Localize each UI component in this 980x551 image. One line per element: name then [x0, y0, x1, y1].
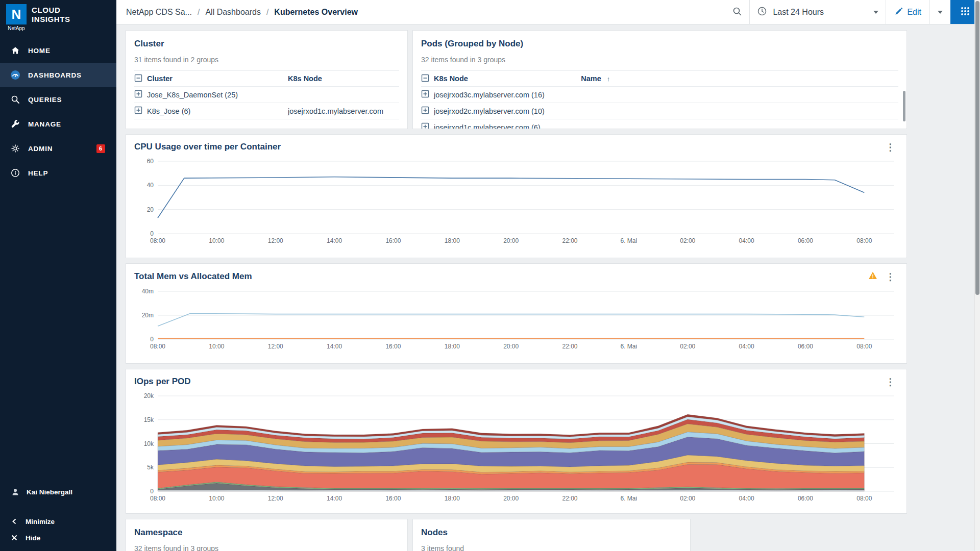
product-name-line1: CLOUD [32, 6, 70, 15]
chevron-left-icon [10, 517, 18, 525]
page-scrollbar[interactable] [974, 0, 980, 551]
widget-title: IOps per POD [134, 377, 191, 387]
svg-text:18:00: 18:00 [445, 495, 460, 502]
search-button[interactable] [725, 0, 749, 24]
node-group-name: josejrxod2c.mylabserver.com (10) [434, 107, 545, 115]
sidebar-bottom: Kai Niebergall Minimize Hide [0, 482, 116, 546]
warning-icon [868, 271, 877, 282]
svg-text:10:00: 10:00 [209, 343, 224, 350]
wrench-icon [10, 119, 20, 129]
sidebar-item-help[interactable]: HELP [0, 161, 116, 185]
edit-button[interactable]: Edit [886, 0, 929, 24]
pods-table-scrollbar[interactable] [903, 91, 905, 121]
widget-menu-kebab-icon[interactable]: ⋮ [886, 142, 895, 152]
iops-stacked-area-chart: 05k10k15k20k08:0010:0012:0014:0016:0018:… [134, 390, 899, 505]
svg-text:06:00: 06:00 [798, 237, 813, 244]
table-row[interactable]: josejrxod1c.mylabserver.com (6) [421, 119, 898, 129]
sort-ascending-icon[interactable]: ↑ [607, 75, 610, 83]
svg-text:12:00: 12:00 [268, 237, 283, 244]
sidebar: N NetApp CLOUD INSIGHTS HOME [0, 0, 116, 551]
breadcrumb-all-dashboards[interactable]: All Dashboards [205, 8, 261, 17]
cpu-usage-line-chart: 020406008:0010:0012:0014:0016:0018:0020:… [134, 155, 899, 247]
time-range-value: Last 24 Hours [773, 8, 868, 17]
app-root: N NetApp CLOUD INSIGHTS HOME [0, 0, 980, 551]
cpu-usage-widget: CPU Usage over time per Container ⋮ 0204… [126, 134, 907, 258]
svg-text:06:00: 06:00 [798, 343, 813, 350]
table-header-row: Cluster K8s Node [134, 70, 399, 87]
edit-label: Edit [907, 8, 921, 17]
collapse-group-icon[interactable] [421, 74, 429, 84]
svg-text:10k: 10k [144, 440, 154, 447]
svg-text:22:00: 22:00 [562, 237, 578, 244]
close-icon [10, 534, 18, 542]
table-row[interactable]: josejrxod2c.mylabserver.com (10) [421, 103, 898, 119]
page-scrollbar-thumb[interactable] [975, 1, 979, 295]
svg-text:12:00: 12:00 [268, 495, 283, 502]
widget-title: Cluster [134, 39, 399, 49]
minimize-button[interactable]: Minimize [0, 513, 116, 530]
expand-group-icon[interactable] [421, 90, 429, 99]
sidebar-item-dashboards[interactable]: DASHBOARDS [0, 63, 116, 87]
widget-menu-kebab-icon[interactable]: ⋮ [886, 272, 895, 282]
memory-line-chart: 020m40m08:0010:0012:0014:0016:0018:0020:… [134, 285, 899, 353]
widget-result-count: 31 items found in 2 groups [134, 56, 399, 64]
namespace-widget: Namespace 32 items found in 3 groups [126, 519, 408, 551]
svg-text:02:00: 02:00 [680, 237, 695, 244]
cluster-group-name: Jose_K8s_DaemonSet (25) [147, 91, 238, 99]
svg-text:14:00: 14:00 [327, 495, 342, 502]
sidebar-item-label: DASHBOARDS [28, 71, 82, 79]
user-icon [10, 487, 20, 497]
home-icon [10, 45, 20, 56]
table-row[interactable]: Jose_K8s_DaemonSet (25) [134, 87, 399, 103]
breadcrumb-tenant[interactable]: NetApp CDS Sa... [126, 8, 192, 17]
expand-group-icon[interactable] [134, 106, 142, 116]
clock-icon [757, 6, 767, 18]
apps-grid-icon [960, 6, 971, 19]
svg-text:12:00: 12:00 [268, 343, 283, 350]
svg-text:08:00: 08:00 [150, 495, 165, 502]
cluster-group-name: K8s_Jose (6) [147, 107, 190, 115]
edit-options-button[interactable] [929, 0, 950, 24]
svg-text:08:00: 08:00 [856, 343, 872, 350]
widget-menu-kebab-icon[interactable]: ⋮ [886, 377, 895, 387]
sidebar-spacer [0, 502, 116, 513]
brand-logo: N NetApp CLOUD INSIGHTS [0, 0, 116, 32]
time-range-selector[interactable]: Last 24 Hours [749, 0, 886, 24]
expand-group-icon[interactable] [421, 122, 429, 129]
svg-text:04:00: 04:00 [739, 343, 754, 350]
node-group-name: josejrxod1c.mylabserver.com (6) [434, 123, 541, 130]
expand-group-icon[interactable] [421, 106, 429, 116]
collapse-group-icon[interactable] [134, 74, 142, 84]
table-row[interactable]: josejrxod3c.mylabserver.com (16) [421, 87, 898, 103]
product-name-line2: INSIGHTS [32, 15, 70, 24]
breadcrumb-separator: / [266, 8, 268, 17]
netapp-logo: N NetApp [6, 4, 27, 31]
expand-group-icon[interactable] [134, 90, 142, 99]
hide-button[interactable]: Hide [0, 530, 116, 546]
sidebar-item-admin[interactable]: ADMIN 6 [0, 136, 116, 161]
column-header[interactable]: Cluster [147, 74, 173, 83]
cluster-table: Cluster K8s Node Jose_K8s_DaemonSet (25) [134, 70, 399, 119]
sidebar-item-queries[interactable]: QUERIES [0, 87, 116, 112]
user-menu[interactable]: Kai Niebergall [0, 482, 116, 502]
svg-text:08:00: 08:00 [150, 343, 165, 350]
column-header[interactable]: K8s Node [434, 74, 468, 83]
sidebar-item-label: MANAGE [28, 120, 61, 128]
breadcrumb: NetApp CDS Sa... / All Dashboards / Kube… [116, 0, 358, 24]
widget-title: CPU Usage over time per Container [134, 142, 281, 152]
minimize-label: Minimize [26, 518, 55, 525]
sidebar-item-home[interactable]: HOME [0, 38, 116, 63]
svg-text:08:00: 08:00 [856, 237, 872, 244]
sidebar-item-manage[interactable]: MANAGE [0, 112, 116, 136]
column-header[interactable]: Name [581, 74, 601, 83]
svg-text:08:00: 08:00 [150, 237, 165, 244]
pods-widget: Pods (Grouped by Node) 32 items found in… [412, 30, 907, 129]
svg-text:6. Mai: 6. Mai [621, 495, 638, 502]
table-row[interactable]: K8s_Jose (6) josejrxod1c.mylabserver.com [134, 103, 399, 119]
iops-widget: IOps per POD ⋮ 05k10k15k20k08:0010:0012:… [126, 369, 907, 514]
svg-text:0: 0 [150, 230, 154, 237]
column-header[interactable]: K8s Node [288, 74, 322, 83]
svg-text:40m: 40m [142, 288, 154, 295]
sidebar-nav: HOME DASHBOARDS [0, 38, 116, 185]
svg-text:0: 0 [150, 488, 154, 495]
